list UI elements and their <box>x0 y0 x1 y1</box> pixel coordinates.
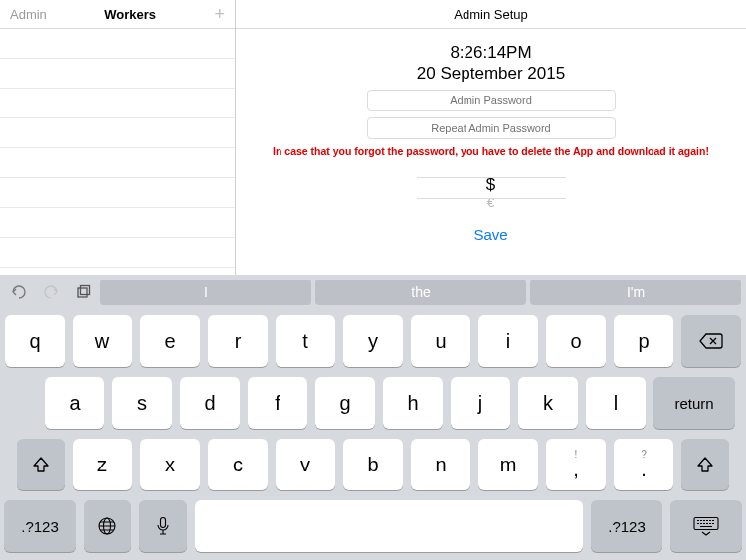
warning-text: In case that you forgot the password, yo… <box>273 145 709 157</box>
key-o[interactable]: o <box>546 315 606 367</box>
number-symbol-key-right[interactable]: .?123 <box>591 500 662 552</box>
key-s[interactable]: s <box>112 377 172 429</box>
sidebar-header: Admin Workers + <box>0 0 235 29</box>
key-w[interactable]: w <box>73 315 132 367</box>
keyboard: I the I'm q w e r t y u i o p a <box>0 275 746 560</box>
globe-key[interactable] <box>84 500 131 552</box>
space-key[interactable] <box>195 500 583 552</box>
svg-rect-4 <box>161 518 166 528</box>
key-z[interactable]: z <box>73 439 132 490</box>
key-r[interactable]: r <box>208 315 268 367</box>
suggestion-bar: I the I'm <box>0 275 746 309</box>
key-y[interactable]: y <box>343 315 403 367</box>
repeat-password-input[interactable] <box>367 117 616 139</box>
key-p[interactable]: p <box>614 315 673 367</box>
list-item[interactable] <box>0 148 235 178</box>
key-h[interactable]: h <box>383 377 443 429</box>
key-a[interactable]: a <box>45 377 104 429</box>
shift-icon <box>695 455 715 474</box>
key-n[interactable]: n <box>411 439 470 490</box>
key-d[interactable]: d <box>180 377 240 429</box>
sidebar: Admin Workers + <box>0 0 236 275</box>
list-item[interactable] <box>0 208 235 238</box>
shift-key-left[interactable] <box>17 439 65 490</box>
list-item[interactable] <box>0 238 235 268</box>
key-j[interactable]: j <box>451 377 510 429</box>
clipboard-button[interactable] <box>69 280 96 305</box>
svg-rect-1 <box>80 286 89 295</box>
key-g[interactable]: g <box>315 377 375 429</box>
back-button[interactable]: Admin <box>10 7 47 22</box>
svg-rect-0 <box>78 288 87 297</box>
microphone-icon <box>156 516 170 536</box>
key-period[interactable]: ? . <box>614 439 673 490</box>
suggestion-1[interactable]: I <box>100 280 311 305</box>
undo-button[interactable] <box>5 280 33 305</box>
list-item[interactable] <box>0 118 235 148</box>
save-button[interactable]: Save <box>473 226 507 243</box>
dictation-key[interactable] <box>139 500 187 552</box>
number-symbol-key-left[interactable]: .?123 <box>4 500 76 552</box>
key-u[interactable]: u <box>411 315 470 367</box>
globe-icon <box>97 516 117 536</box>
return-key[interactable]: return <box>653 377 735 429</box>
shift-icon <box>31 455 51 474</box>
shift-key-right[interactable] <box>681 439 729 490</box>
backspace-key[interactable] <box>681 315 741 367</box>
key-i[interactable]: i <box>478 315 538 367</box>
redo-button[interactable] <box>37 280 65 305</box>
key-b[interactable]: b <box>343 439 403 490</box>
sidebar-title: Workers <box>47 7 215 22</box>
list-item[interactable] <box>0 59 235 89</box>
suggestion-3[interactable]: I'm <box>530 280 741 305</box>
key-c[interactable]: c <box>208 439 268 490</box>
list-item[interactable] <box>0 29 235 59</box>
currency-selected: $ <box>417 175 566 195</box>
key-comma[interactable]: ! , <box>546 439 606 490</box>
currency-picker[interactable]: $ € <box>417 175 566 210</box>
time-label: 8:26:14PM <box>450 43 531 63</box>
add-button[interactable]: + <box>214 5 225 23</box>
main-panel: Admin Setup 8:26:14PM 20 September 2015 … <box>236 0 746 275</box>
backspace-icon <box>698 332 724 350</box>
admin-password-input[interactable] <box>367 90 616 111</box>
hide-keyboard-icon <box>692 516 720 536</box>
key-l[interactable]: l <box>586 377 646 429</box>
date-label: 20 September 2015 <box>417 64 565 84</box>
key-x[interactable]: x <box>140 439 200 490</box>
key-v[interactable]: v <box>276 439 335 490</box>
key-k[interactable]: k <box>518 377 578 429</box>
key-f[interactable]: f <box>248 377 307 429</box>
list-item[interactable] <box>0 178 235 208</box>
key-t[interactable]: t <box>276 315 335 367</box>
key-q[interactable]: q <box>5 315 65 367</box>
suggestion-2[interactable]: the <box>315 280 526 305</box>
key-m[interactable]: m <box>478 439 538 490</box>
page-title: Admin Setup <box>236 0 746 29</box>
list-item[interactable] <box>0 89 235 118</box>
hide-keyboard-key[interactable] <box>670 500 742 552</box>
key-e[interactable]: e <box>140 315 200 367</box>
